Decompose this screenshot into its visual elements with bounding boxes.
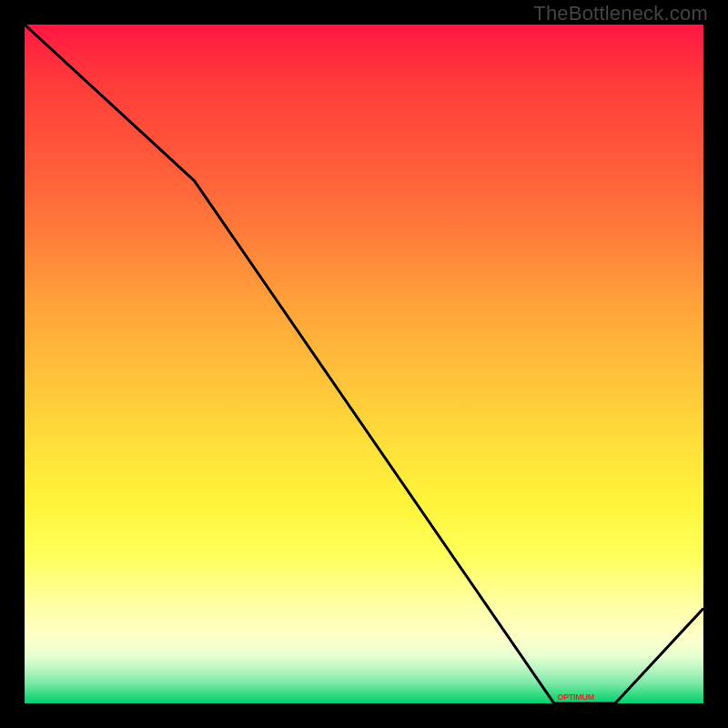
watermark-text: TheBottleneck.com [533, 2, 708, 25]
optimum-label: OPTIMUM [557, 693, 593, 702]
chart-frame: OPTIMUM [25, 25, 703, 703]
chart-gradient-background [25, 25, 703, 703]
